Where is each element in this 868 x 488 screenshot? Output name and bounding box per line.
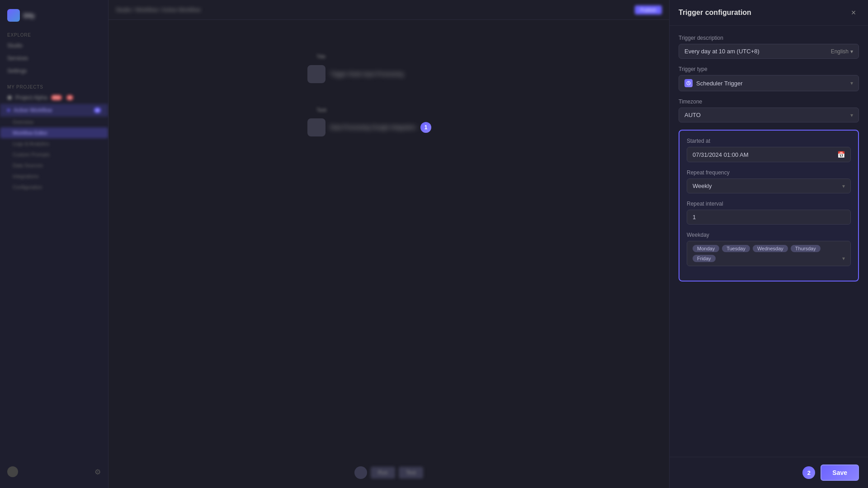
- sidebar-sub-prompts[interactable]: Custom Prompts: [0, 149, 108, 160]
- node2-icon: [307, 118, 326, 136]
- repeat-interval-group: Repeat interval 1: [687, 201, 851, 225]
- repeat-frequency-group: Repeat frequency Weekly ▾: [687, 169, 851, 193]
- app-logo-icon: [7, 9, 20, 22]
- avatar-bottom: [354, 466, 367, 479]
- panel-footer: 2 Save: [670, 457, 868, 488]
- step-badge: 2: [802, 466, 815, 479]
- timezone-value: AUTO: [684, 112, 701, 118]
- canvas-bottom-bar: Run Test: [354, 466, 423, 479]
- repeat-interval-label: Repeat interval: [687, 201, 851, 207]
- trigger-type-label: Trigger type: [679, 66, 859, 72]
- day-chip-tuesday[interactable]: Tuesday: [722, 245, 750, 252]
- sidebar-item-project-alpha[interactable]: ⬢ Project Alpha Pro ●: [0, 91, 108, 104]
- weekday-group: Weekday Monday Tuesday Wednesday Thursda…: [687, 232, 851, 266]
- language-chevron-icon: ▾: [850, 48, 853, 55]
- panel-title: Trigger configuration: [679, 9, 751, 17]
- canvas-node-2[interactable]: Data Processing Google Integration 1: [307, 118, 431, 136]
- sidebar-item-active-workflow[interactable]: Active Workflow ●: [0, 104, 108, 117]
- repeat-frequency-label: Repeat frequency: [687, 169, 851, 176]
- node2-section-label: Task: [316, 107, 327, 113]
- trigger-type-value: Scheduler Trigger: [696, 80, 743, 87]
- panel-body: Trigger description Every day at 10 am (…: [670, 26, 868, 457]
- sidebar-sub-config[interactable]: Configuration: [0, 182, 108, 192]
- main-content: Studio / Workflow / Active Workflow Publ…: [108, 0, 669, 488]
- started-at-value: 07/31/2024 01:00 AM: [693, 151, 837, 158]
- weekday-selector[interactable]: Monday Tuesday Wednesday Thursday Friday…: [687, 241, 851, 266]
- close-button[interactable]: ×: [848, 7, 859, 18]
- language-selector[interactable]: English ▾: [831, 48, 853, 55]
- started-at-label: Started at: [687, 138, 851, 144]
- timezone-select[interactable]: AUTO ▾: [679, 108, 859, 122]
- trigger-type-chevron-icon: ▾: [850, 80, 853, 86]
- trigger-description-value: Every day at 10 am (UTC+8): [684, 48, 827, 55]
- settings-icon[interactable]: ⚙: [94, 468, 101, 476]
- breadcrumb: Studio / Workflow / Active Workflow: [116, 7, 201, 13]
- node1-label: Trigger Node Input Processing: [330, 71, 403, 77]
- panel-header: Trigger configuration ×: [670, 0, 868, 26]
- timezone-label: Timezone: [679, 99, 859, 105]
- sidebar-sub-logs[interactable]: Logs & Analytics: [0, 138, 108, 149]
- trigger-description-label: Trigger description: [679, 35, 859, 41]
- canvas-node-1[interactable]: Trigger Node Input Processing: [307, 65, 403, 83]
- sidebar-header: Dify: [0, 5, 108, 25]
- repeat-frequency-value: Weekly: [693, 183, 712, 189]
- canvas-area: Title Trigger Node Input Processing Task…: [108, 20, 669, 488]
- timezone-chevron-icon: ▾: [850, 112, 853, 118]
- repeat-frequency-chevron-icon: ▾: [842, 183, 845, 189]
- node1-section-label: Title: [316, 54, 326, 59]
- started-at-group: Started at 07/31/2024 01:00 AM 📅: [687, 138, 851, 162]
- sidebar-item-studio[interactable]: Studio: [0, 39, 108, 52]
- repeat-interval-input[interactable]: 1: [687, 210, 851, 225]
- svg-line-2: [689, 83, 689, 84]
- section-label-explore: EXPLORE: [0, 29, 108, 39]
- weekday-label: Weekday: [687, 232, 851, 238]
- day-chip-friday[interactable]: Friday: [693, 255, 716, 262]
- canvas-node2-badge: 1: [420, 122, 431, 133]
- topbar: Studio / Workflow / Active Workflow Publ…: [108, 0, 669, 20]
- repeat-interval-value: 1: [693, 214, 696, 221]
- section-label-projects: MY PROJECTS: [0, 81, 108, 91]
- day-chip-wednesday[interactable]: Wednesday: [753, 245, 788, 252]
- test-button[interactable]: Test: [399, 467, 423, 479]
- repeat-frequency-select[interactable]: Weekly ▾: [687, 178, 851, 193]
- save-button[interactable]: Save: [821, 465, 859, 481]
- trigger-config-panel: Trigger configuration × Trigger descript…: [669, 0, 868, 488]
- active-indicator: [7, 109, 10, 112]
- sidebar-sub-datasources[interactable]: Data Sources: [0, 160, 108, 171]
- node1-icon: [307, 65, 326, 83]
- trigger-description-group: Trigger description Every day at 10 am (…: [679, 35, 859, 59]
- sidebar-sub-overview[interactable]: Overview: [0, 117, 108, 127]
- trigger-type-select[interactable]: Scheduler Trigger ▾: [679, 75, 859, 91]
- started-at-input[interactable]: 07/31/2024 01:00 AM 📅: [687, 147, 851, 162]
- node2-label: Data Processing Google Integration: [330, 124, 416, 131]
- language-label: English: [831, 48, 849, 55]
- user-avatar: [7, 466, 18, 477]
- day-chip-thursday[interactable]: Thursday: [791, 245, 821, 252]
- calendar-icon: 📅: [837, 151, 845, 158]
- sidebar-item-settings[interactable]: Settings: [0, 65, 108, 77]
- sidebar-item-services[interactable]: Services: [0, 52, 108, 65]
- run-button[interactable]: Run: [371, 467, 395, 479]
- publish-button[interactable]: Publish: [635, 5, 662, 14]
- app-title: Dify: [24, 12, 35, 19]
- scheduler-trigger-icon: [684, 79, 693, 87]
- trigger-description-input[interactable]: Every day at 10 am (UTC+8) English ▾: [679, 44, 859, 59]
- sidebar-bottom: ⚙: [0, 461, 108, 483]
- sidebar: Dify EXPLORE Studio Services Settings MY…: [0, 0, 108, 488]
- weekday-chevron-icon: ▾: [842, 255, 845, 262]
- sidebar-sub-integrations[interactable]: Integrations: [0, 171, 108, 182]
- timezone-group: Timezone AUTO ▾: [679, 99, 859, 122]
- day-chip-monday[interactable]: Monday: [693, 245, 719, 252]
- trigger-type-group: Trigger type Scheduler Trigger ▾: [679, 66, 859, 91]
- sidebar-sub-workflow[interactable]: Workflow Editor: [0, 127, 108, 138]
- highlighted-config-section: Started at 07/31/2024 01:00 AM 📅 Repeat …: [679, 130, 859, 282]
